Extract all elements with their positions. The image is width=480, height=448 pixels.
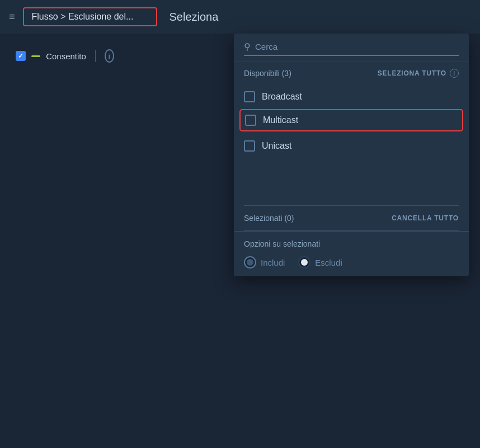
- multicast-label: Multicast: [263, 115, 298, 125]
- divider-line: [95, 50, 96, 62]
- search-icon: ⚲: [244, 41, 251, 52]
- escludi-label: Escludi: [315, 258, 342, 267]
- list-item: Unicast: [244, 133, 459, 157]
- options-section: Opzioni su selezionati Includi Escludi: [234, 231, 469, 276]
- left-panel: Consentito i: [0, 34, 218, 448]
- clear-all-button[interactable]: CANCELLA TUTTO: [392, 214, 459, 222]
- unicast-checkbox[interactable]: [244, 140, 255, 152]
- select-all-button[interactable]: SELEZIONA TUTTO i: [378, 69, 459, 78]
- consentito-dash: [31, 55, 40, 57]
- main-content: Consentito i ⚲ Disponibili (3) SELEZIONA…: [0, 34, 480, 448]
- escludi-radio-inner: [301, 259, 308, 266]
- search-area: ⚲: [234, 34, 469, 62]
- unicast-label: Unicast: [262, 141, 291, 151]
- includi-radio-outer: [244, 256, 256, 268]
- breadcrumb[interactable]: Flusso > Esclusione del...: [23, 7, 157, 26]
- selected-label: Selezionati (0): [244, 214, 294, 223]
- top-bar: ≡ Flusso > Esclusione del... Seleziona: [0, 0, 480, 34]
- includi-label: Includi: [261, 258, 285, 267]
- available-row: Disponibili (3) SELEZIONA TUTTO i: [234, 62, 469, 82]
- search-input[interactable]: [255, 42, 459, 51]
- broadcast-checkbox[interactable]: [244, 91, 255, 102]
- search-box: ⚲: [244, 41, 459, 56]
- radio-group: Includi Escludi: [244, 256, 459, 268]
- right-panel: ⚲ Disponibili (3) SELEZIONA TUTTO i Broa…: [234, 34, 469, 276]
- selected-row: Selezionati (0) CANCELLA TUTTO: [234, 206, 469, 230]
- consentito-label: Consentito: [46, 51, 86, 61]
- includi-radio-inner: [247, 259, 253, 266]
- multicast-row: Multicast: [239, 109, 463, 131]
- menu-icon[interactable]: ≡: [7, 9, 17, 25]
- select-all-info-icon[interactable]: i: [450, 69, 459, 78]
- includi-radio[interactable]: Includi: [244, 256, 285, 268]
- available-label: Disponibili (3): [244, 69, 291, 78]
- consentito-checkbox[interactable]: [16, 51, 26, 61]
- select-all-label: SELEZIONA TUTTO: [378, 69, 446, 77]
- escludi-radio-outer: [298, 256, 310, 268]
- escludi-radio[interactable]: Escludi: [298, 256, 342, 268]
- list-item: Broadcast: [244, 86, 459, 108]
- seleziona-header-label: Seleziona: [163, 11, 219, 23]
- info-icon[interactable]: i: [105, 49, 114, 63]
- multicast-checkbox[interactable]: [245, 115, 256, 126]
- broadcast-label: Broadcast: [262, 92, 302, 102]
- items-list: Broadcast Multicast Unicast: [234, 82, 469, 161]
- consentito-row: Consentito i: [9, 45, 121, 67]
- options-title: Opzioni su selezionati: [244, 239, 459, 248]
